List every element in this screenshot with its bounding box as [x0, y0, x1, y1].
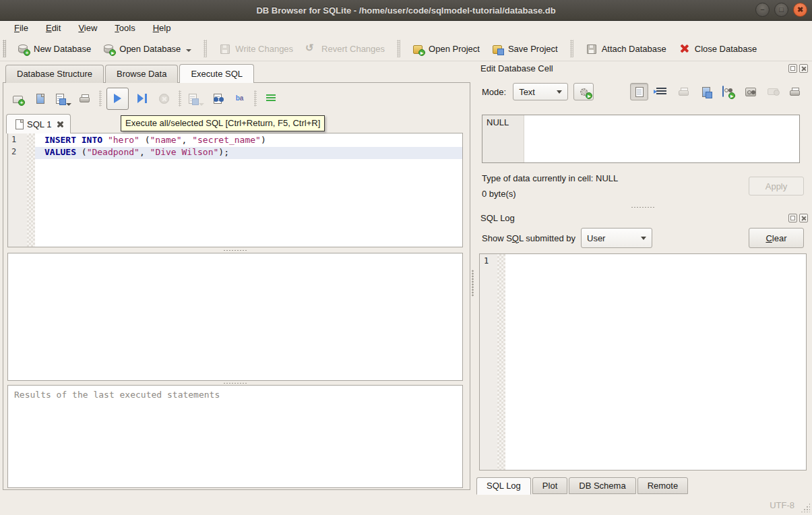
submitted-by-combobox[interactable]: User: [581, 228, 652, 248]
menu-edit[interactable]: Edit: [37, 22, 69, 35]
submitted-by-value: User: [587, 233, 605, 243]
encoding-indicator[interactable]: UTF-8: [770, 500, 794, 510]
mode-combobox[interactable]: Text: [513, 83, 568, 100]
log-fold-margin: [497, 254, 505, 470]
save-project-button[interactable]: Save Project: [486, 39, 564, 58]
new-database-icon: +: [18, 43, 29, 54]
line-number: 1: [8, 135, 27, 147]
bottom-tab-bar: SQL Log Plot DB Schema Remote: [476, 477, 689, 495]
menu-bar: File Edit View Tools Help: [0, 21, 812, 36]
find-button[interactable]: [208, 90, 226, 108]
open-in-external-button[interactable]: ▸: [719, 83, 737, 100]
sql-log-view[interactable]: 1: [479, 253, 807, 471]
dock-float-icon[interactable]: [788, 214, 797, 222]
apply-button: Apply: [749, 177, 804, 195]
menu-view[interactable]: View: [69, 22, 106, 35]
cell-editor-area[interactable]: [524, 115, 799, 162]
tab-plot[interactable]: Plot: [532, 477, 567, 494]
text-mode-button[interactable]: [630, 83, 648, 100]
toolbar-separator: [99, 90, 102, 107]
dock-splitter[interactable]: [476, 205, 809, 209]
open-project-button[interactable]: ▸ Open Project: [406, 39, 486, 58]
close-button[interactable]: ✖: [793, 3, 807, 17]
execute-current-line-button[interactable]: [133, 90, 151, 108]
menu-help[interactable]: Help: [144, 22, 180, 35]
write-changes-label: Write Changes: [235, 43, 293, 54]
tab-browse-data[interactable]: Browse Data: [105, 65, 178, 83]
attach-database-label: Attach Database: [602, 43, 666, 54]
close-tab-icon[interactable]: [56, 121, 63, 128]
tab-database-structure[interactable]: Database Structure: [5, 65, 104, 83]
set-null-button: [763, 83, 782, 100]
filter-label: Show SQL submitted by: [476, 233, 575, 243]
cell-editor[interactable]: NULL: [482, 115, 800, 163]
edit-cell-dock-titlebar[interactable]: Edit Database Cell: [476, 62, 809, 74]
sql-document-tab[interactable]: SQL 1: [6, 114, 71, 133]
dock-float-icon[interactable]: [788, 64, 797, 73]
open-project-icon: ▸: [412, 43, 424, 54]
close-database-icon: [679, 43, 690, 54]
tab-remote[interactable]: Remote: [637, 477, 689, 494]
word-wrap-button[interactable]: [652, 83, 670, 100]
export-cell-data-button[interactable]: [697, 83, 715, 100]
dock-close-icon[interactable]: [799, 214, 808, 222]
save-results-dropdown-icon: [199, 103, 204, 106]
sql-log-dock-titlebar[interactable]: SQL Log: [476, 212, 809, 224]
resize-grip[interactable]: [801, 503, 810, 512]
open-database-button[interactable]: ▸ Open Database: [97, 39, 197, 58]
tab-sql-log[interactable]: SQL Log: [476, 477, 531, 495]
execute-all-button[interactable]: [106, 88, 129, 110]
new-database-label: New Database: [34, 43, 91, 54]
code-line[interactable]: INSERT INTO "hero" ("name", "secret_name…: [35, 135, 462, 147]
sql-document-tab-bar: SQL 1: [6, 114, 71, 133]
close-icon: ✖: [797, 6, 803, 13]
replace-button[interactable]: ba: [230, 90, 249, 108]
results-grid-pane[interactable]: [7, 253, 463, 381]
tab-db-schema[interactable]: DB Schema: [569, 477, 635, 494]
editor-results-splitter[interactable]: [7, 248, 463, 252]
toolbar-separator: [254, 90, 257, 107]
dock-close-icon[interactable]: [799, 64, 808, 73]
results-placeholder: Results of the last executed statements: [14, 390, 220, 400]
execute-line-icon: [137, 94, 144, 103]
close-database-button[interactable]: Close Database: [673, 39, 763, 58]
save-project-label: Save Project: [508, 43, 558, 54]
open-sql-file-button[interactable]: [31, 90, 49, 108]
copy-link-button[interactable]: [741, 83, 759, 100]
open-sql-tab-button[interactable]: +: [9, 90, 27, 108]
save-results-button: [186, 90, 204, 108]
save-sql-file-button[interactable]: [53, 90, 71, 108]
clear-button[interactable]: Clear: [749, 228, 804, 248]
new-database-button[interactable]: + New Database: [11, 39, 97, 58]
sql-document-tab-label: SQL 1: [27, 119, 51, 129]
log-line-number: 1: [484, 256, 489, 266]
stop-icon: [159, 94, 169, 104]
save-sql-dropdown-icon[interactable]: [66, 103, 71, 106]
results-message-pane[interactable]: Results of the last executed statements: [7, 385, 463, 488]
auto-apply-button[interactable]: ▸: [573, 83, 594, 100]
main-tab-bar: Database Structure Browse Data Execute S…: [5, 65, 255, 83]
cell-size-info: 0 byte(s): [482, 189, 516, 199]
sql-editor[interactable]: 12 INSERT INTO "hero" ("name", "secret_n…: [7, 133, 463, 247]
minimize-button[interactable]: −: [755, 3, 770, 17]
tab-execute-sql[interactable]: Execute SQL: [179, 64, 254, 83]
attach-database-button[interactable]: Attach Database: [580, 39, 673, 58]
menu-file[interactable]: File: [5, 22, 37, 35]
maximize-button[interactable]: □: [774, 3, 788, 17]
print-sql-button[interactable]: [75, 90, 94, 108]
code-line[interactable]: VALUES ("Deadpond", "Dive Wilson");: [35, 147, 462, 159]
write-changes-icon: [219, 43, 230, 54]
word-wrap-icon: [656, 88, 666, 96]
print-cell-button[interactable]: [786, 83, 804, 100]
open-project-label: Open Project: [429, 43, 480, 54]
minimize-icon: −: [760, 6, 764, 13]
format-sql-button[interactable]: [261, 90, 280, 108]
set-null-icon: [768, 88, 778, 95]
menu-tools[interactable]: Tools: [106, 22, 144, 35]
toolbar-grip[interactable]: [3, 40, 6, 57]
execute-line-bar-icon: [145, 94, 147, 103]
close-database-label: Close Database: [695, 43, 757, 54]
panel-splitter[interactable]: [472, 270, 474, 297]
open-database-dropdown-icon[interactable]: [186, 49, 191, 52]
title-bar[interactable]: DB Browser for SQLite - /home/user/code/…: [0, 0, 812, 21]
